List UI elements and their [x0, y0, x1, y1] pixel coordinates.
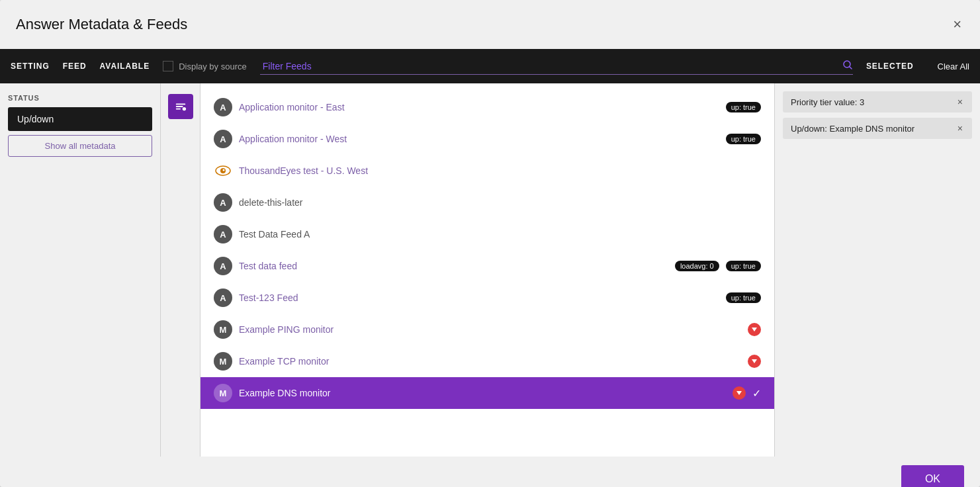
svg-point-8: [223, 169, 225, 171]
alert-icon: [748, 323, 761, 336]
selected-tag-text: Priority tier value: 3: [791, 97, 864, 107]
show-all-metadata-button[interactable]: Show all metadata: [8, 135, 152, 157]
list-item[interactable]: MExample TCP monitor: [200, 345, 774, 377]
selected-tag-text: Up/down: Example DNS monitor: [791, 124, 914, 134]
list-item[interactable]: ATest data feedloadavg: 0up: true: [200, 250, 774, 282]
list-item[interactable]: ATest-123 Feedup: true: [200, 282, 774, 314]
svg-rect-4: [175, 109, 180, 110]
item-name: ThousandEyes test - U.S. West: [239, 165, 761, 176]
item-badge: up: true: [726, 292, 761, 303]
list-item[interactable]: AApplication monitor - Westup: true: [200, 123, 774, 155]
item-badge: loadavg: 0: [675, 261, 719, 271]
item-name: Example PING monitor: [239, 324, 741, 335]
alert-icon: [733, 386, 746, 400]
selected-checkmark: ✓: [752, 387, 761, 400]
item-avatar: M: [214, 320, 232, 339]
svg-marker-11: [736, 391, 742, 395]
setting-label: SETTING: [11, 62, 50, 71]
selected-tag: Up/down: Example DNS monitor×: [783, 118, 972, 139]
svg-point-5: [182, 107, 185, 111]
item-name: Application monitor - West: [239, 134, 719, 144]
feed-label: FEED: [63, 62, 87, 71]
list-item[interactable]: MExample DNS monitor ✓: [200, 377, 774, 409]
display-by-source: Display by source: [163, 61, 247, 71]
footer: OK: [0, 457, 980, 487]
sidebar: STATUS Up/down Show all metadata: [0, 83, 161, 457]
item-badge: up: true: [726, 134, 761, 144]
item-avatar: A: [214, 130, 232, 148]
item-avatar: A: [214, 288, 232, 307]
display-source-label: Display by source: [179, 62, 247, 71]
svg-rect-2: [175, 104, 185, 105]
available-label: AVAILABLE: [100, 62, 150, 71]
item-name: Example DNS monitor: [239, 388, 726, 398]
item-name: delete-this-later: [239, 197, 761, 208]
list-item[interactable]: ATest Data Feed A: [200, 218, 774, 250]
sidebar-item-updown[interactable]: Up/down: [8, 107, 152, 131]
filter-area: [260, 58, 853, 75]
item-avatar: A: [214, 193, 232, 212]
alert-icon: [748, 355, 761, 368]
list-item[interactable]: ThousandEyes test - U.S. West: [200, 155, 774, 187]
list-item[interactable]: AApplication monitor - Eastup: true: [200, 91, 774, 123]
remove-tag-button[interactable]: ×: [956, 97, 964, 107]
filter-input[interactable]: [260, 58, 853, 75]
item-name: Test Data Feed A: [239, 229, 761, 240]
display-source-checkbox[interactable]: [163, 61, 173, 71]
item-avatar: [214, 161, 232, 180]
selected-label: SELECTED: [866, 62, 914, 71]
item-avatar: A: [214, 98, 232, 116]
item-badge: up: true: [726, 102, 761, 112]
sidebar-section-label: STATUS: [8, 94, 152, 102]
item-name: Example TCP monitor: [239, 356, 741, 367]
list-item[interactable]: Adelete-this-later: [200, 187, 774, 218]
selected-tag: Priority tier value: 3×: [783, 91, 972, 112]
modal-header: Answer Metadata & Feeds ×: [0, 0, 980, 49]
svg-marker-10: [752, 359, 757, 363]
selected-panel: Priority tier value: 3×Up/down: Example …: [775, 83, 980, 457]
item-avatar: A: [214, 257, 232, 275]
item-avatar: M: [214, 384, 232, 402]
feed-icon-button[interactable]: [168, 94, 193, 119]
modal-title: Answer Metadata & Feeds: [16, 16, 187, 33]
svg-line-1: [849, 67, 852, 69]
search-icon[interactable]: [842, 60, 853, 73]
ok-button[interactable]: OK: [901, 465, 964, 487]
item-badge: up: true: [726, 261, 761, 271]
item-name: Application monitor - East: [239, 102, 719, 112]
clear-all-button[interactable]: Clear All: [938, 62, 969, 71]
item-avatar: M: [214, 352, 232, 371]
svg-marker-9: [752, 328, 757, 332]
item-name: Test-123 Feed: [239, 292, 719, 303]
close-button[interactable]: ×: [950, 13, 964, 36]
items-list: AApplication monitor - Eastup: trueAAppl…: [200, 83, 775, 457]
content-area: STATUS Up/down Show all metadata AApplic…: [0, 83, 980, 457]
item-name: Test data feed: [239, 261, 668, 271]
remove-tag-button[interactable]: ×: [956, 123, 964, 134]
modal: Answer Metadata & Feeds × SETTING FEED A…: [0, 0, 980, 487]
feed-column: [161, 83, 200, 457]
svg-rect-3: [175, 106, 183, 107]
list-item[interactable]: MExample PING monitor: [200, 314, 774, 345]
toolbar: SETTING FEED AVAILABLE Display by source…: [0, 49, 980, 83]
item-avatar: A: [214, 225, 232, 244]
